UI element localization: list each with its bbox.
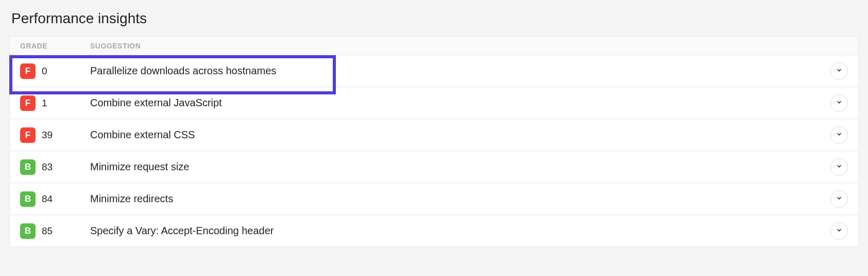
table-row[interactable]: B 85 Specify a Vary: Accept-Encoding hea… [10,215,858,247]
panel-title: Performance insights [11,10,859,27]
expand-button[interactable] [830,222,848,240]
expand-button[interactable] [830,190,848,208]
chevron-down-icon [836,163,843,172]
grade-score: 1 [42,98,47,109]
chevron-down-icon [836,194,843,204]
grade-score: 84 [42,193,53,205]
grade-badge: F [20,95,36,111]
chevron-down-icon [836,131,843,140]
suggestion-text: Combine external JavaScript [90,97,830,109]
grade-cell: F 0 [20,63,90,79]
grade-cell: F 39 [20,127,90,143]
grade-score: 83 [42,161,53,173]
table-row[interactable]: F 0 Parallelize downloads across hostnam… [10,55,858,87]
table-header: GRADE SUGGESTION [10,37,858,55]
grade-badge: B [20,223,36,239]
table-row[interactable]: F 39 Combine external CSS [10,119,858,151]
grade-cell: F 1 [20,95,90,111]
suggestion-text: Minimize redirects [90,193,830,205]
grade-score: 85 [42,225,53,237]
suggestion-text: Minimize request size [90,161,830,173]
expand-button[interactable] [830,62,848,80]
header-grade: GRADE [20,42,90,50]
performance-insights-panel: Performance insights GRADE SUGGESTION F … [0,0,868,247]
grade-score: 0 [42,66,47,77]
insights-table: GRADE SUGGESTION F 0 Parallelize downloa… [9,36,859,247]
suggestion-text: Combine external CSS [90,129,830,141]
expand-button[interactable] [830,94,848,112]
grade-score: 39 [42,129,53,141]
grade-badge: B [20,159,36,175]
chevron-down-icon [836,226,843,236]
grade-cell: B 84 [20,191,90,207]
grade-badge: F [20,63,36,79]
suggestion-text: Specify a Vary: Accept-Encoding header [90,225,830,237]
grade-cell: B 85 [20,223,90,239]
table-row[interactable]: F 1 Combine external JavaScript [10,87,858,119]
table-row[interactable]: B 83 Minimize request size [10,151,858,183]
grade-cell: B 83 [20,159,90,175]
chevron-down-icon [836,67,843,76]
table-row[interactable]: B 84 Minimize redirects [10,183,858,215]
expand-button[interactable] [830,158,848,176]
expand-button[interactable] [830,126,848,144]
chevron-down-icon [836,99,843,108]
header-suggestion: SUGGESTION [90,42,141,50]
grade-badge: B [20,191,36,207]
grade-badge: F [20,127,36,143]
suggestion-text: Parallelize downloads across hostnames [90,65,830,77]
